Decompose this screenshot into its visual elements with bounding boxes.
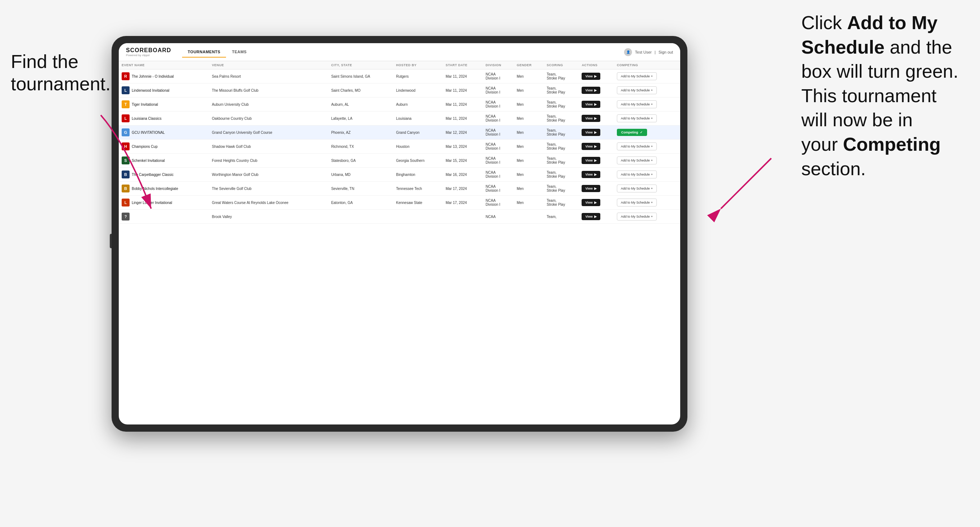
date-cell [443,210,483,224]
view-label: View [585,159,592,162]
add-to-schedule-button[interactable]: Add to My Schedule + [617,100,657,108]
competing-cell: Add to My Schedule + [614,140,680,154]
event-name-cell: L Louisiana Classics [122,114,206,122]
add-to-schedule-button[interactable]: Add to My Schedule + [617,184,657,192]
date-cell: Mar 11, 2024 [443,111,483,125]
plus-icon: + [651,103,653,106]
add-label: Add to My Schedule [621,187,650,190]
view-label: View [585,187,592,190]
city-cell: Auburn, AL [328,97,393,111]
plus-icon: + [651,187,653,190]
add-to-schedule-button[interactable]: Add to My Schedule + [617,86,657,94]
view-button[interactable]: View ▶ [582,213,600,220]
add-to-schedule-button[interactable]: Add to My Schedule + [617,72,657,80]
view-button[interactable]: View ▶ [582,115,600,122]
scoring-cell: Team,Stroke Play [544,97,579,111]
checkmark-icon: ✓ [640,130,643,134]
division-cell: NCAADivision I [483,125,514,140]
user-name: Test User [635,50,651,54]
scoring-cell: Team,Stroke Play [544,111,579,125]
add-to-schedule-button[interactable]: Add to My Schedule + [617,114,657,122]
hosted-cell: Auburn [393,97,443,111]
scoring-cell: Team,Stroke Play [544,83,579,97]
competing-cell: Competing ✓ [614,125,680,140]
view-button[interactable]: View ▶ [582,157,600,164]
division-cell: NCAADivision I [483,140,514,154]
table-row: H Champions Cup Shadow Hawk Golf ClubRic… [119,140,680,154]
actions-cell: View ▶ [579,83,614,97]
play-icon: ▶ [594,75,597,78]
gender-cell: Men [514,83,544,97]
view-button[interactable]: View ▶ [582,101,600,108]
play-icon: ▶ [594,117,597,120]
view-button[interactable]: View ▶ [582,129,600,136]
city-cell: Saint Charles, MO [328,83,393,97]
competing-cell: Add to My Schedule + [614,168,680,182]
hosted-cell: Houston [393,140,443,154]
table-row: L Linger Longer Invitational Great Water… [119,196,680,210]
division-cell: NCAADivision I [483,70,514,83]
scoring-cell: Team,Stroke Play [544,70,579,83]
view-button[interactable]: View ▶ [582,199,600,206]
col-division: DIVISION [483,61,514,70]
team-logo: B [122,184,130,192]
sign-out-link[interactable]: Sign out [659,50,673,54]
view-button[interactable]: View ▶ [582,73,600,80]
competing-button[interactable]: Competing ✓ [617,129,647,136]
play-icon: ▶ [594,159,597,162]
play-icon: ▶ [594,187,597,190]
plus-icon: + [651,117,653,120]
actions-cell: View ▶ [579,140,614,154]
division-cell: NCAA [483,210,514,224]
add-to-schedule-button[interactable]: Add to My Schedule + [617,157,657,164]
city-cell: Phoenix, AZ [328,125,393,140]
view-button[interactable]: View ▶ [582,143,600,150]
view-label: View [585,201,592,204]
gender-cell: Men [514,140,544,154]
scoring-cell: Team,Stroke Play [544,140,579,154]
actions-cell: View ▶ [579,97,614,111]
event-name: The Carpetbagger Classic [132,173,173,177]
scoring-cell: Team,Stroke Play [544,125,579,140]
table-row: G GCU INVITATIONAL Grand Canyon Universi… [119,125,680,140]
gender-cell: Men [514,168,544,182]
tab-tournaments[interactable]: TOURNAMENTS [182,47,226,57]
event-name-cell: B The Carpetbagger Classic [122,170,206,178]
plus-icon: + [651,215,653,218]
tablet-screen: SCOREBOARD Powered by clippd TOURNAMENTS… [119,43,680,424]
scoring-cell: Team,Stroke Play [544,168,579,182]
team-logo: B [122,170,130,178]
division-cell: NCAADivision I [483,97,514,111]
view-button[interactable]: View ▶ [582,185,600,192]
event-name: Champions Cup [132,144,158,149]
view-label: View [585,173,592,176]
view-button[interactable]: View ▶ [582,87,600,94]
divider: | [655,50,656,54]
play-icon: ▶ [594,201,597,204]
add-to-schedule-button[interactable]: Add to My Schedule + [617,143,657,150]
actions-cell: View ▶ [579,125,614,140]
event-name-cell: L Lindenwood Invitational [122,86,206,94]
city-cell: Lafayette, LA [328,111,393,125]
app-logo-subtitle: Powered by clippd [126,54,171,57]
date-cell: Mar 11, 2024 [443,97,483,111]
col-city-state: CITY, STATE [328,61,393,70]
venue-cell: Shadow Hawk Golf Club [209,140,328,154]
play-icon: ▶ [594,144,597,148]
app-logo-title: SCOREBOARD [126,47,171,54]
table-row: L Louisiana Classics Oakbourne Country C… [119,111,680,125]
add-label: Add to My Schedule [621,117,650,120]
venue-cell: Sea Palms Resort [209,70,328,83]
add-to-schedule-button[interactable]: Add to My Schedule + [617,198,657,206]
view-button[interactable]: View ▶ [582,171,600,178]
competing-label: Competing [621,130,638,134]
date-cell: Mar 13, 2024 [443,140,483,154]
event-name: The Johnnie - O Individual [132,75,174,78]
gender-cell: Men [514,70,544,83]
add-to-schedule-button[interactable]: Add to My Schedule + [617,170,657,178]
tab-teams[interactable]: TEAMS [226,47,252,57]
logo-area: SCOREBOARD Powered by clippd [126,47,171,57]
add-to-schedule-button[interactable]: Add to My Schedule + [617,213,657,221]
col-event-name: EVENT NAME [119,61,209,70]
event-name-cell: H Champions Cup [122,143,206,150]
